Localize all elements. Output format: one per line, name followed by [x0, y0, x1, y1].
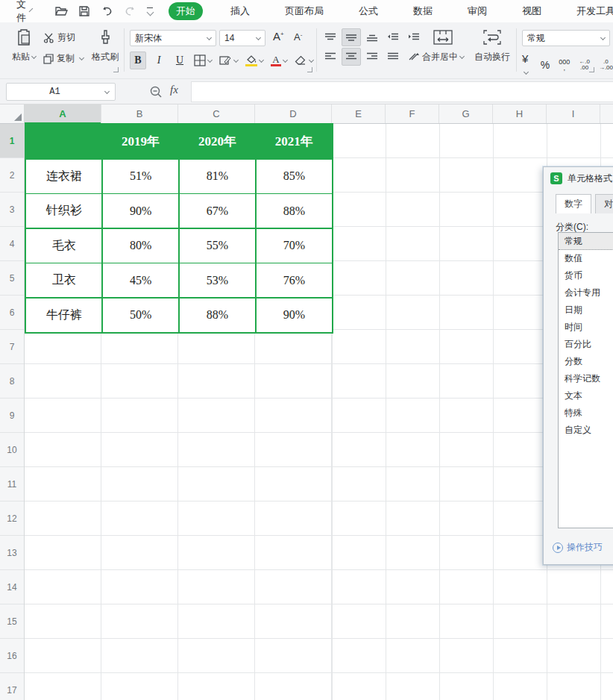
column-header[interactable]: D — [255, 104, 332, 123]
row-header[interactable]: 2 — [0, 158, 24, 193]
value-2019-cell[interactable]: 51% — [103, 160, 178, 193]
dialog-title-bar[interactable]: S 单元格格式 — [544, 167, 613, 190]
ribbon-tab[interactable]: 页面布局 — [277, 2, 331, 20]
row-header[interactable]: 9 — [0, 399, 24, 433]
row-header[interactable]: 3 — [0, 193, 24, 227]
value-2020-cell[interactable]: 88% — [180, 299, 255, 332]
cell-B1[interactable]: 2019年 — [103, 125, 178, 158]
category-item[interactable]: 特殊 — [559, 404, 613, 422]
merge-center-button[interactable]: 合并居中 — [419, 28, 467, 63]
borders-button[interactable] — [192, 51, 213, 69]
dialog-tab[interactable]: 数字 — [556, 194, 591, 213]
paste-button[interactable]: 粘贴 — [7, 28, 40, 63]
row-header[interactable]: 17 — [0, 673, 24, 700]
category-item[interactable]: 百分比 — [559, 336, 613, 353]
increase-font-button[interactable]: A+ — [273, 30, 284, 43]
align-top-button[interactable] — [321, 28, 340, 46]
font-name-select[interactable]: 新宋体 — [130, 30, 216, 46]
value-2019-cell[interactable]: 80% — [103, 229, 178, 263]
chevron-down-icon[interactable] — [29, 8, 34, 13]
row-header[interactable]: 11 — [0, 467, 24, 501]
chevron-down-icon[interactable] — [104, 88, 110, 93]
select-all-corner[interactable] — [0, 104, 25, 124]
copy-dropdown-icon[interactable] — [79, 55, 84, 60]
value-2021-cell[interactable]: 90% — [257, 299, 332, 332]
italic-button[interactable]: I — [151, 51, 167, 69]
category-item[interactable]: 时间 — [559, 319, 613, 336]
cell-D1[interactable]: 2021年 — [257, 125, 332, 158]
row-header[interactable]: 13 — [0, 536, 24, 570]
cell-C1[interactable]: 2020年 — [180, 125, 255, 158]
draw-border-button[interactable] — [218, 51, 239, 69]
column-header[interactable]: A — [25, 104, 101, 123]
cell-A1-selected[interactable] — [26, 125, 101, 158]
row-header[interactable]: 7 — [0, 330, 24, 364]
row-header[interactable]: 6 — [0, 296, 24, 330]
value-2021-cell[interactable]: 76% — [257, 263, 332, 297]
thousand-separator-button[interactable]: 000, — [559, 59, 570, 71]
font-color-button[interactable]: A — [269, 51, 289, 69]
decrease-font-button[interactable]: A- — [294, 31, 302, 43]
category-item[interactable]: 日期 — [559, 301, 613, 319]
value-2020-cell[interactable]: 53% — [180, 263, 255, 297]
align-left-button[interactable] — [321, 48, 340, 66]
tips-link[interactable]: 操作技巧 — [553, 541, 603, 554]
decrease-indent-button[interactable] — [383, 28, 403, 46]
category-item[interactable]: 科学记数 — [559, 370, 613, 387]
column-header[interactable]: E — [332, 104, 386, 123]
formula-input[interactable] — [191, 81, 613, 102]
category-item[interactable]: 数值 — [559, 250, 613, 267]
category-item[interactable]: 自定义 — [559, 422, 613, 439]
value-2021-cell[interactable]: 70% — [257, 229, 332, 263]
align-bottom-button[interactable] — [362, 28, 382, 46]
currency-button[interactable]: ¥ — [522, 52, 532, 78]
align-middle-button[interactable] — [342, 28, 361, 46]
bold-button[interactable]: B — [130, 51, 146, 69]
row-header[interactable]: 15 — [0, 604, 24, 639]
item-name-cell[interactable]: 牛仔裤 — [26, 299, 101, 332]
customize-toolbar-icon[interactable] — [147, 7, 153, 15]
copy-button[interactable]: 复制 — [43, 52, 84, 65]
font-size-select[interactable]: 14 — [219, 30, 265, 46]
item-name-cell[interactable]: 毛衣 — [26, 229, 101, 263]
increase-decimal-button[interactable]: .0→.00 — [599, 59, 613, 71]
column-header[interactable]: C — [178, 104, 255, 123]
value-2019-cell[interactable]: 45% — [103, 263, 178, 297]
undo-icon[interactable] — [101, 6, 113, 17]
clipboard-dialog-launcher[interactable] — [113, 67, 119, 72]
fx-icon[interactable]: fx — [170, 84, 178, 96]
row-header[interactable]: 16 — [0, 639, 24, 673]
value-2019-cell[interactable]: 90% — [103, 194, 178, 228]
wrap-text-button[interactable]: 自动换行 — [471, 28, 513, 63]
font-dialog-launcher[interactable] — [307, 67, 312, 72]
value-2020-cell[interactable]: 81% — [180, 160, 255, 193]
row-header[interactable]: 12 — [0, 501, 24, 536]
fill-color-button[interactable] — [244, 51, 265, 69]
ribbon-tab[interactable]: 视图 — [515, 2, 549, 20]
row-header[interactable]: 10 — [0, 433, 24, 467]
format-painter-button[interactable]: 格式刷 — [88, 28, 122, 63]
value-2020-cell[interactable]: 55% — [180, 229, 255, 263]
paste-dropdown-icon[interactable] — [31, 54, 37, 59]
row-header[interactable]: 5 — [0, 261, 24, 296]
save-icon[interactable] — [78, 5, 90, 17]
category-item[interactable]: 分数 — [559, 353, 613, 370]
row-header[interactable]: 8 — [0, 364, 24, 399]
category-item[interactable]: 文本 — [559, 387, 613, 404]
cut-button[interactable]: 剪切 — [43, 31, 75, 44]
ribbon-tab[interactable]: 审阅 — [460, 2, 494, 20]
name-box[interactable]: A1 — [6, 83, 116, 101]
zoom-icon[interactable] — [149, 85, 163, 99]
row-header[interactable]: 1 — [0, 124, 24, 158]
row-header[interactable]: 14 — [0, 570, 24, 604]
item-name-cell[interactable]: 针织衫 — [26, 194, 101, 228]
dialog-tab[interactable]: 对齐 — [595, 194, 613, 213]
redo-icon[interactable] — [124, 6, 136, 17]
underline-button[interactable]: U — [172, 51, 188, 69]
column-header[interactable]: G — [439, 104, 493, 123]
column-header[interactable]: B — [101, 104, 178, 123]
number-format-select[interactable]: 常规 — [522, 30, 610, 46]
category-item[interactable]: 常规 — [559, 233, 613, 250]
align-center-button[interactable] — [342, 48, 361, 66]
value-2021-cell[interactable]: 88% — [257, 194, 332, 228]
